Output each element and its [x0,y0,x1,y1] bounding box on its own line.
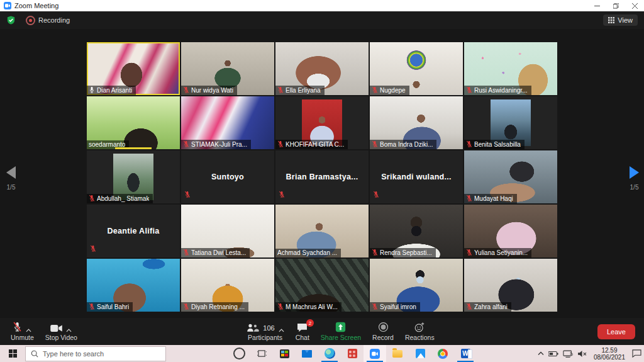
muted-mic-icon [90,245,96,252]
chat-unread-badge: 2 [306,319,314,327]
participant-nameplate: KHOFIFAH GITA C... [275,140,348,149]
participant-tile[interactable]: KHOFIFAH GITA C... [275,96,369,149]
video-options-caret-icon[interactable] [66,329,72,332]
participant-nameplate: Diyah Retnaning ... [181,302,248,312]
participant-tile[interactable]: Achmad Syachdan ... [275,205,369,257]
recording-dot-icon [26,16,35,25]
chrome-button[interactable] [431,345,454,362]
reactions-button[interactable]: Reactions [399,318,440,345]
zoom-taskbar-button[interactable] [364,345,386,362]
stop-video-button[interactable]: Stop Video [40,318,83,345]
participant-nameplate: Yuliana Setiyanin... [464,248,531,257]
action-center-icon[interactable] [632,349,641,358]
participant-name: Dian Arisanti [97,87,132,94]
page-indicator-right: 1/5 [630,184,639,191]
participant-tile[interactable]: Dian Arisanti [87,42,180,95]
battery-icon[interactable] [548,351,558,357]
recording-indicator[interactable]: Recording [26,16,70,25]
participant-tile[interactable]: Mudayat Haqi [464,150,557,203]
participant-tile[interactable]: Tatiana Dwi Lesta... [181,205,274,257]
reactions-smiley-icon [414,322,425,332]
participants-label: Participants [248,334,282,341]
active-speaker-underline [115,147,152,149]
participant-tile[interactable]: Boma Indra Dziki... [370,96,463,149]
window-titlebar: Zoom Meeting [0,0,644,11]
participant-nameplate: Ella Erliyana [275,86,325,95]
unmute-button[interactable]: Unmute [5,318,40,345]
zoom-app-icon [4,2,11,9]
photos-button[interactable] [409,345,431,362]
participant-tile[interactable]: Diyah Retnaning ... [181,259,274,312]
tray-expand-caret-icon[interactable] [538,351,544,356]
taskbar-clock[interactable]: 12.59 08/06/2021 [591,347,628,361]
participant-name: Tatiana Dwi Lesta... [191,249,246,256]
network-display-icon[interactable] [563,350,573,358]
participant-tile[interactable]: Brian Bramastya... [275,150,369,203]
encryption-shield-icon[interactable] [6,15,16,25]
restore-button[interactable] [606,0,625,11]
participant-tile[interactable]: M Machrus Ali W... [275,259,369,312]
participant-tile[interactable]: Zahra alfani [464,259,557,312]
unmute-options-caret-icon[interactable] [26,329,31,332]
mic-icon [89,86,95,94]
task-view-button[interactable] [250,345,273,362]
participant-name: Achmad Syachdan ... [277,249,337,256]
word-icon: W [461,349,470,358]
zoom-taskbar-icon [370,349,380,359]
recording-label: Recording [38,16,70,24]
muted-mic-icon [466,195,472,202]
participant-tile[interactable]: Benita Salsabilla [464,96,557,149]
participant-tile[interactable]: STIAMAK-Juli Pra... [181,96,274,149]
clock-date: 08/06/2021 [594,354,625,361]
speaker-muted-icon[interactable] [577,350,587,358]
cortana-button[interactable] [228,345,250,362]
participant-tile[interactable]: Ella Erliyana [275,42,369,95]
participant-tile[interactable]: Deantie Alifia [87,205,180,257]
chat-button[interactable]: 2 Chat [290,318,315,345]
record-button[interactable]: Record [367,318,399,345]
red-app-button[interactable] [341,345,364,362]
close-button[interactable] [625,0,644,11]
participant-tile[interactable]: Nugdepe [370,42,463,95]
participant-tile[interactable]: soedarmanto [87,96,180,149]
windows-taskbar: Type here to search W [0,345,644,362]
previous-page-arrow-icon[interactable] [6,166,16,179]
participant-tile[interactable]: Rusi Aswidaningr... [464,42,557,95]
word-button[interactable]: W [454,345,477,362]
muted-mic-indicator [279,189,285,201]
participant-tile[interactable]: Saiful Bahri [87,259,180,312]
participant-nameplate: Boma Indra Dziki... [370,140,436,149]
participant-tile[interactable]: Nur widya Wati [181,42,274,95]
participant-name: Diyah Retnaning ... [191,303,245,310]
taskbar-search-input[interactable]: Type here to search [25,346,166,361]
stop-video-label: Stop Video [45,334,77,341]
leave-button[interactable]: Leave [597,324,635,339]
participant-tile[interactable]: Suntoyo [181,150,274,203]
file-explorer-button[interactable] [386,345,409,362]
participant-tile[interactable]: Abdullah_ Stiamak [87,150,180,203]
mail-button[interactable] [296,345,318,362]
participants-caret-icon[interactable] [279,329,284,332]
participants-button[interactable]: 106 Participants [240,318,289,345]
muted-mic-icon [466,249,472,256]
next-page-arrow-icon[interactable] [630,166,639,179]
participant-nameplate: Benita Salsabilla [464,140,525,149]
participant-tile[interactable]: Rendra Sepbasti... [370,205,463,257]
microsoft-store-button[interactable] [273,345,296,362]
meeting-toolbar: Unmute Stop Video 106 Participants [0,318,644,345]
view-button[interactable]: View [603,14,638,26]
minimize-button[interactable] [587,0,606,11]
participant-tile[interactable]: Yuliana Setiyanin... [464,205,557,257]
muted-mic-icon [184,191,191,198]
participant-nameplate: Mudayat Haqi [464,194,517,203]
muted-mic-icon [277,86,284,94]
start-button[interactable] [0,345,25,362]
search-placeholder: Type here to search [43,350,104,358]
participant-name: Zahra alfani [474,303,508,310]
participant-tile[interactable]: Syaiful imron [370,259,463,312]
participant-tile[interactable]: Srikandi wuland... [370,150,463,203]
share-screen-button[interactable]: Share Screen [315,318,367,345]
participant-nameplate: Dian Arisanti [87,86,136,95]
participant-name: Nugdepe [380,87,406,94]
edge-button[interactable] [318,345,341,362]
